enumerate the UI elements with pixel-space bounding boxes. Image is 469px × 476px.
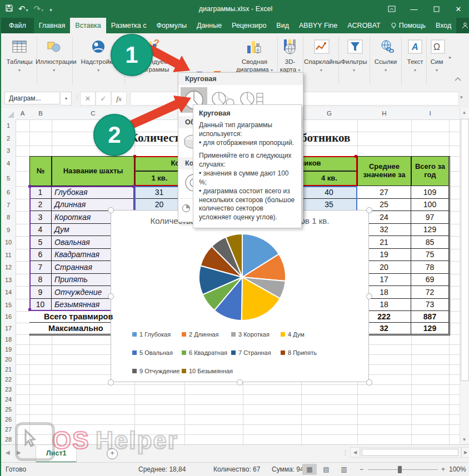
table-cell-name[interactable]: Длинная (52, 199, 134, 212)
column-header-partial[interactable] (449, 108, 460, 120)
row-header-25[interactable]: 25 (1, 404, 16, 415)
symbols-button[interactable]: Сим▾ (428, 58, 446, 74)
filters-button[interactable]: Фильтры▾ (340, 58, 368, 74)
zoom-out-button[interactable]: − (360, 463, 363, 476)
row-header-12[interactable]: 12 (1, 261, 16, 274)
legend-item[interactable]: 10 Безымянная (182, 365, 231, 377)
table-header-avg[interactable]: Среднее значение за (357, 156, 411, 186)
row-header-6[interactable]: 6 (1, 186, 16, 199)
row-header-23[interactable]: 23 (1, 384, 16, 395)
map-3d-button[interactable]: 3D-карта ▾ (278, 58, 302, 74)
table-cell-q4[interactable]: 35 (301, 199, 357, 212)
legend-item[interactable]: 3 Короткая (231, 328, 281, 340)
legend-item[interactable]: 4 Дум (281, 328, 330, 340)
zoom-slider[interactable] (368, 469, 438, 470)
legend-item[interactable]: 9 Отчуждение (132, 365, 182, 377)
table-cell-num[interactable]: 2 (29, 199, 52, 212)
tab-help[interactable]: Помощь (386, 18, 431, 33)
enter-formula-icon[interactable]: ✓ (96, 92, 111, 106)
insert-function-icon[interactable]: fx (111, 92, 127, 106)
map-3d-icon[interactable] (280, 38, 300, 56)
table-cell-total[interactable]: 100 (411, 199, 449, 212)
ribbon-tab[interactable]: Данные (192, 18, 227, 33)
collapse-ribbon-icon[interactable] (455, 73, 461, 83)
row-header-16[interactable]: 16 (1, 311, 16, 323)
row-header-15[interactable]: 15 (1, 299, 16, 312)
horizontal-scrollbar[interactable] (360, 447, 461, 458)
row-header-19[interactable]: 19 (1, 344, 16, 355)
ribbon-tab[interactable]: Вставка (70, 18, 106, 33)
column-header-I[interactable]: I (411, 108, 450, 120)
table-cell-num[interactable]: 3 (29, 211, 52, 224)
row-header-14[interactable]: 14 (1, 286, 16, 299)
ribbon-more-arrow[interactable]: ▸ (449, 54, 452, 60)
expand-formula-bar-icon[interactable]: ▾ (460, 94, 463, 100)
table-cell-total[interactable]: 69 (411, 274, 449, 287)
maximize-button[interactable] (427, 2, 446, 16)
table-cell-total[interactable]: 75 (411, 249, 449, 262)
filters-icon[interactable] (346, 38, 365, 56)
chart-resize-handle[interactable] (108, 293, 114, 299)
totals-total-cell[interactable]: 887 (411, 311, 449, 323)
pivotchart-button[interactable]: Своднаядиаграмма ▾ (234, 58, 275, 74)
table-header-name[interactable]: Название шахты (52, 156, 134, 186)
table-cell-avg[interactable]: 25 (357, 199, 411, 212)
tab-file[interactable]: Файл (1, 18, 34, 33)
row-header-4[interactable]: 4 (1, 156, 16, 172)
illustrations-button[interactable]: Иллюстрации▾ (36, 58, 72, 74)
row-header-21[interactable]: 21 (1, 364, 16, 375)
vertical-scrollbar[interactable]: ▲ ▼ (460, 108, 469, 444)
legend-item[interactable]: 8 Припять (281, 347, 330, 359)
sheet-tab-list1[interactable]: Лист1 (36, 445, 77, 463)
table-cell-q1[interactable]: 20 (134, 199, 184, 212)
scroll-down-icon[interactable]: ▼ (460, 435, 468, 444)
max-total-cell[interactable]: 129 (411, 323, 449, 334)
share-button[interactable]: Общий доступ (456, 18, 469, 33)
row-header-9[interactable]: 9 (1, 224, 16, 237)
vertical-scroll-thumb[interactable] (461, 119, 469, 381)
scroll-up-icon[interactable]: ▲ (460, 108, 468, 117)
row-header-24[interactable]: 24 (1, 394, 16, 405)
name-box[interactable]: Диаграм... (4, 92, 60, 104)
addins-icon[interactable] (89, 38, 108, 56)
ribbon-tab[interactable]: Разметка с (106, 18, 152, 33)
illustrations-icon[interactable] (46, 39, 62, 54)
tables-icon[interactable] (10, 38, 29, 56)
table-cell-avg[interactable]: 27 (357, 186, 411, 199)
table-header-num[interactable]: № (29, 156, 52, 186)
legend-item[interactable]: 5 Овальная (132, 347, 182, 359)
row-header-27[interactable]: 27 (1, 424, 16, 435)
table-cell-num[interactable]: 7 (29, 261, 52, 274)
name-box-dropdown[interactable]: ▾ (61, 92, 72, 106)
table-cell-total[interactable]: 73 (411, 299, 449, 312)
new-sheet-button[interactable]: + (107, 448, 118, 459)
minimize-button[interactable]: — (405, 2, 423, 16)
table-cell-num[interactable]: 4 (29, 224, 52, 237)
ribbon-tab[interactable]: ABBYY Fine (294, 18, 342, 33)
chart-resize-handle[interactable] (108, 379, 114, 385)
legend-item[interactable]: 1 Глубокая (132, 328, 182, 340)
table-cell-q1[interactable]: 31 (134, 186, 184, 199)
chart-resize-handle[interactable] (366, 207, 372, 213)
row-header-1[interactable]: 1 (1, 119, 16, 132)
close-button[interactable]: ✕ (449, 2, 468, 16)
row-header-2[interactable]: 2 (1, 132, 16, 146)
table-cell-name[interactable]: Глубокая (52, 186, 134, 199)
row-header-18[interactable]: 18 (1, 334, 16, 345)
sparklines-button[interactable]: Спарклайны▾ (304, 58, 338, 74)
legend-item[interactable]: 2 Длинная (182, 328, 231, 340)
chart-resize-handle[interactable] (108, 207, 114, 213)
embedded-pie-chart[interactable]: Количество травмированных работников 1 к… (111, 210, 369, 382)
tab-signin[interactable]: Вход (431, 18, 456, 33)
ribbon-tab[interactable]: Главная (34, 18, 71, 33)
row-header-3[interactable]: 3 (1, 146, 16, 157)
table-header-total[interactable]: Всего за год (411, 156, 449, 186)
row-header-20[interactable]: 20 (1, 354, 16, 365)
sparklines-icon[interactable] (312, 38, 331, 56)
chart-resize-handle[interactable] (366, 293, 372, 299)
page-break-view-icon[interactable]: ▥ (337, 464, 351, 475)
table-cell-total[interactable]: 72 (411, 286, 449, 299)
text-button[interactable]: Текст▾ (403, 58, 427, 74)
table-cell-total[interactable]: 85 (411, 236, 449, 249)
row-header-13[interactable]: 13 (1, 274, 16, 287)
